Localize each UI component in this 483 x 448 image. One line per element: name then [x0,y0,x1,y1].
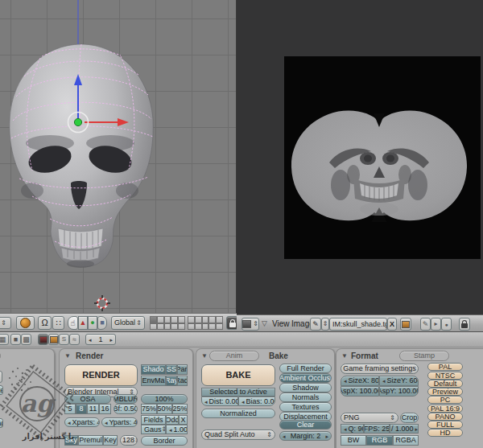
frame-number-stepper[interactable]: ◂1▸ [85,334,116,345]
brush-icon[interactable]: ✎ [310,318,321,331]
no-overwrite-button[interactable]: No Overwrite [0,385,3,395]
radio-toggle[interactable]: Radi [177,376,188,386]
script-context-icon[interactable]: ■ [10,334,21,345]
bake-bias-stepper[interactable]: ◂Bias: 0.00▸ [238,397,275,406]
quality-stepper[interactable]: ◂Q: 90▸ [341,424,364,434]
mblur-toggle[interactable]: MBLUR [114,394,138,404]
select-mode-icon[interactable]: ∷ [52,316,64,330]
bake-mode-ambient-occlusion[interactable]: Ambient Occlusi [279,373,332,383]
fps-base-stepper[interactable]: / 1.000▸ [390,424,419,434]
tab-format-active[interactable]: Format [351,351,378,360]
ray-toggle[interactable]: Ray [166,376,177,386]
preset-default-button[interactable]: Default [427,380,463,388]
preset-preview-button[interactable]: Preview [427,388,463,396]
mode-dropdown[interactable]: ⇕ [0,317,11,329]
panel-collapse-icon[interactable]: ▼ [201,352,208,360]
rgb-toggle[interactable]: RGB [366,435,393,446]
aspx-field[interactable]: AspX: 100.00 [341,386,379,397]
sizey-stepper[interactable]: ◂SizeY: 600▸ [379,376,419,386]
margin-stepper[interactable]: ◂Margin: 2▸ [279,431,332,441]
uv-image-editor[interactable] [237,0,483,314]
snap-magnet-icon[interactable]: Ω [38,316,52,330]
update-lock-button[interactable] [459,318,470,331]
preset-hd-button[interactable]: HD [427,429,463,437]
manipulator-scale-button[interactable]: ■ [97,316,107,330]
render-layers-title[interactable]: ender Layers [0,351,1,361]
view-menu[interactable]: View [272,319,290,328]
preset-pal-button[interactable]: PAL [427,363,463,371]
octree-dropdown[interactable]: 128⇕ [120,435,138,446]
alpha-sky-toggle[interactable]: Sky [64,435,78,446]
envmap-toggle[interactable]: EnvMa [141,376,166,386]
sound-subcontext-button[interactable]: ≈ [69,334,80,345]
layer-buttons-group-1[interactable] [150,316,185,330]
play-button[interactable]: ▸ [431,318,441,331]
normalized-toggle[interactable]: Normalized [201,409,275,418]
panel-collapse-icon[interactable]: ▼ [64,352,71,360]
filter-dropdown[interactable]: Gaus⇕ [141,425,166,434]
render-button[interactable]: RENDER [64,364,138,386]
alpha-key-toggle[interactable]: Key [103,435,118,446]
preset-pano-button[interactable]: PANO [427,413,463,421]
tab-stamp[interactable]: Stamp [399,351,449,361]
selected-to-active-toggle[interactable]: Selected to Active [201,388,275,397]
yparts-stepper[interactable]: ◂Yparts: 4▸ [101,417,138,427]
bake-mode-normals[interactable]: Normals [279,393,332,402]
preset-ntsc-button[interactable]: NTSC [427,372,463,380]
odd-toggle[interactable]: Odd [166,415,179,425]
logic-context-icon[interactable]: ▦ [0,334,9,345]
bake-dist-stepper[interactable]: ◂Dist: 0.00▸ [201,397,238,406]
bake-button[interactable]: BAKE [201,364,275,386]
game-framing-button[interactable]: Game framing settings [341,364,419,374]
preset-pc-button[interactable]: PC [427,396,463,404]
fps-field[interactable]: FPS: 25 [364,424,390,434]
clear-toggle[interactable]: Clear [279,420,332,430]
preset-pal169-button[interactable]: PAL 16:9 [427,405,463,413]
osa-8-button[interactable]: 8 [76,404,87,414]
xparts-stepper[interactable]: ◂Xparts: 4▸ [64,417,100,427]
preset-full-button[interactable]: FULL [427,421,463,429]
sizex-stepper[interactable]: ◂SizeX: 800▸ [341,376,379,386]
anim-subcontext-button[interactable] [48,334,59,345]
pen-tool-button[interactable]: ✎ [420,318,431,331]
panel-collapse-icon[interactable]: ▼ [341,352,348,360]
unlink-image-button[interactable]: X [387,318,397,331]
tab-bake-active[interactable]: Bake [269,351,288,360]
osa-11-button[interactable]: 11 [87,404,99,414]
menu-collapse-icon[interactable]: ▽ [262,319,267,327]
record-button[interactable]: ● [441,318,452,331]
border-toggle[interactable]: Border [141,436,188,446]
aspy-field[interactable]: AspY: 100.00 [379,386,419,397]
osa-5-button[interactable]: 5 [64,404,76,414]
layer-name-field[interactable] [0,371,2,383]
rgba-toggle[interactable]: RGBA [393,435,419,446]
bake-mode-shadow[interactable]: Shadow [279,383,332,393]
size-100-button[interactable]: 100% [141,394,188,404]
fields-x-toggle[interactable]: X [179,415,188,425]
shading-context-icon[interactable]: ▩ [21,334,31,345]
tab-anim[interactable]: Anim [209,351,259,361]
pano-toggle[interactable]: Pan [177,364,188,375]
draw-type-dropdown[interactable] [16,316,35,330]
osa-16-button[interactable]: 16 [99,404,111,414]
size-50-button[interactable]: 50% [157,404,172,414]
alpha-premul-toggle[interactable]: Premul [78,435,103,446]
blur-factor-field[interactable]: Bf: 0.50 [114,404,138,414]
filter-size-stepper[interactable]: ◂1.00▸ [166,425,188,434]
filetype-dropdown[interactable]: PNG⇕ [341,413,398,423]
pack-image-button[interactable] [400,318,411,331]
quad-split-dropdown[interactable]: Quad Split Auto⇕ [201,430,275,440]
size-75-button[interactable]: 75% [141,404,157,414]
bake-mode-full-render[interactable]: Full Render [279,364,332,373]
sss-toggle[interactable]: SS [166,364,177,375]
editor-type-dropdown[interactable]: ⇕ [242,318,259,331]
bw-toggle[interactable]: BW [341,435,366,446]
viewport-3d[interactable] [0,0,237,313]
bake-mode-textures[interactable]: Textures [279,402,332,412]
fields-toggle[interactable]: Fields [141,415,166,425]
orientation-dropdown[interactable]: Global ⇕ [111,316,145,330]
free-tex-images-button[interactable]: Free Tex Imag [0,418,3,428]
image-browse-dropdown[interactable]: ⇕ [321,318,329,331]
render-subcontext-button[interactable] [38,334,48,345]
osa-toggle[interactable]: OSA [64,394,111,404]
